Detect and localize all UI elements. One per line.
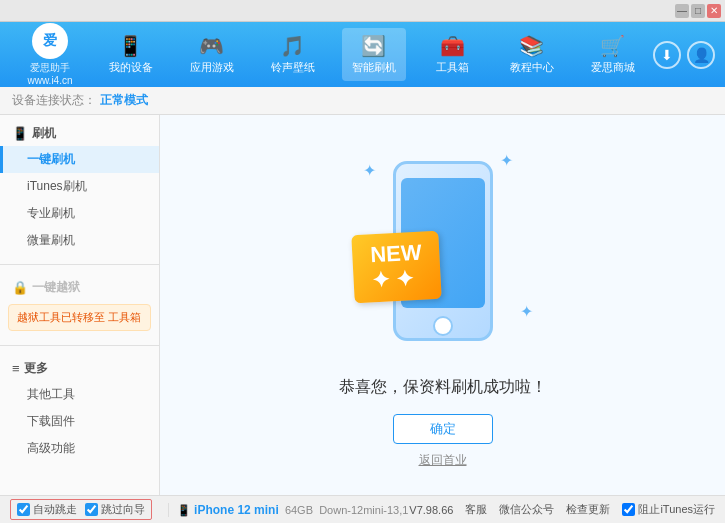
nav-right-buttons: ⬇ 👤 (653, 41, 715, 69)
logo-line1: 爱思助手 (30, 61, 70, 75)
status-label: 设备连接状态： (12, 92, 96, 109)
itunes-checkbox[interactable] (622, 503, 635, 516)
sidebar-item-other-tools[interactable]: 其他工具 (0, 381, 159, 408)
sparkle-bottom-right: ✦ (520, 302, 533, 321)
device-info: 📱 iPhone 12 mini 64GB Down-12mini-13,1 (168, 503, 408, 517)
jailbreak-section-label: 一键越狱 (32, 279, 80, 296)
content-area: ✦ ✦ ✦ NEW ✦ ✦ 恭喜您，保资料刷机成功啦！ 确定 返回首业 (160, 115, 725, 495)
nav-item-toolbox[interactable]: 🧰 工具箱 (423, 28, 483, 81)
top-navigation: 爱 爱思助手 www.i4.cn 📱 我的设备 🎮 应用游戏 🎵 铃声壁纸 🔄 … (0, 22, 725, 87)
skip-wizard-label: 跳过向导 (101, 502, 145, 517)
logo-line2: www.i4.cn (27, 75, 72, 86)
more-section-icon: ≡ (12, 361, 20, 376)
smart-flash-label: 智能刷机 (352, 60, 396, 75)
nav-item-my-device[interactable]: 📱 我的设备 (99, 28, 163, 81)
update-link[interactable]: 检查更新 (566, 502, 610, 517)
store-icon: 🛒 (600, 34, 625, 58)
device-storage: 64GB (282, 504, 316, 516)
store-label: 爱思商城 (591, 60, 635, 75)
sidebar-section-jailbreak-title: 🔒 一键越狱 (0, 275, 159, 300)
new-stars: ✦ ✦ (371, 266, 424, 295)
sidebar-divider-1 (0, 264, 159, 265)
logo-icon: 爱 (32, 23, 68, 59)
nav-item-store[interactable]: 🛒 爱思商城 (581, 28, 645, 81)
sidebar-item-micro-flash[interactable]: 微量刷机 (0, 227, 159, 254)
sidebar-item-pro-flash[interactable]: 专业刷机 (0, 200, 159, 227)
flash-section-icon: 📱 (12, 126, 28, 141)
auto-jump-input[interactable] (17, 503, 30, 516)
download-button[interactable]: ⬇ (653, 41, 681, 69)
logo-area: 爱 爱思助手 www.i4.cn (10, 23, 90, 86)
apps-games-icon: 🎮 (199, 34, 224, 58)
device-firmware: Down-12mini-13,1 (316, 504, 408, 516)
status-bar: 设备连接状态： 正常模式 (0, 87, 725, 115)
ringtone-icon: 🎵 (280, 34, 305, 58)
bottom-right: V7.98.66 客服 微信公众号 检查更新 阻止iTunes运行 (409, 502, 715, 517)
ringtone-label: 铃声壁纸 (271, 60, 315, 75)
smart-flash-icon: 🔄 (361, 34, 386, 58)
itunes-status[interactable]: 阻止iTunes运行 (622, 502, 715, 517)
checkbox-group: 自动跳走 跳过向导 (10, 499, 152, 520)
success-message: 恭喜您，保资料刷机成功啦！ (339, 377, 547, 398)
phone-home-button (433, 316, 453, 336)
nav-item-tutorials[interactable]: 📚 教程中心 (500, 28, 564, 81)
nav-item-smart-flash[interactable]: 🔄 智能刷机 (342, 28, 406, 81)
skip-wizard-checkbox[interactable]: 跳过向导 (85, 502, 145, 517)
maximize-button[interactable]: □ (691, 4, 705, 18)
auto-jump-checkbox[interactable]: 自动跳走 (17, 502, 77, 517)
close-button[interactable]: ✕ (707, 4, 721, 18)
jailbreak-notice: 越狱工具已转移至 工具箱 (8, 304, 151, 331)
device-icon: 📱 (177, 504, 191, 516)
wechat-link[interactable]: 微信公众号 (499, 502, 554, 517)
toolbox-icon: 🧰 (440, 34, 465, 58)
bottom-bar: 自动跳走 跳过向导 📱 iPhone 12 mini 64GB Down-12m… (0, 495, 725, 523)
sidebar-section-more: ≡ 更多 其他工具 下载固件 高级功能 (0, 350, 159, 468)
tutorials-icon: 📚 (519, 34, 544, 58)
tutorials-label: 教程中心 (510, 60, 554, 75)
minimize-button[interactable]: — (675, 4, 689, 18)
device-name: iPhone 12 mini (194, 503, 279, 517)
sidebar: 📱 刷机 一键刷机 iTunes刷机 专业刷机 微量刷机 🔒 一键越狱 越狱工具… (0, 115, 160, 495)
sidebar-section-flash-title: 📱 刷机 (0, 121, 159, 146)
user-button[interactable]: 👤 (687, 41, 715, 69)
success-illustration: ✦ ✦ ✦ NEW ✦ ✦ (343, 141, 543, 361)
sidebar-divider-2 (0, 345, 159, 346)
nav-item-ringtone[interactable]: 🎵 铃声壁纸 (261, 28, 325, 81)
sparkle-top-left: ✦ (363, 161, 376, 180)
title-bar: — □ ✕ (0, 0, 725, 22)
sidebar-item-advanced[interactable]: 高级功能 (0, 435, 159, 462)
new-banner: NEW ✦ ✦ (351, 231, 442, 303)
confirm-button[interactable]: 确定 (393, 414, 493, 444)
sidebar-section-flash: 📱 刷机 一键刷机 iTunes刷机 专业刷机 微量刷机 (0, 115, 159, 260)
sidebar-item-download-firmware[interactable]: 下载固件 (0, 408, 159, 435)
toolbox-label: 工具箱 (436, 60, 469, 75)
flash-section-label: 刷机 (32, 125, 56, 142)
bottom-left: 自动跳走 跳过向导 📱 iPhone 12 mini 64GB Down-12m… (10, 499, 409, 520)
main-layout: 📱 刷机 一键刷机 iTunes刷机 专业刷机 微量刷机 🔒 一键越狱 越狱工具… (0, 115, 725, 495)
apps-games-label: 应用游戏 (190, 60, 234, 75)
nav-items: 📱 我的设备 🎮 应用游戏 🎵 铃声壁纸 🔄 智能刷机 🧰 工具箱 📚 教程中心… (90, 28, 653, 81)
lock-section-icon: 🔒 (12, 280, 28, 295)
sparkle-top-right: ✦ (500, 151, 513, 170)
new-text: NEW (369, 240, 422, 269)
sidebar-item-one-key-flash[interactable]: 一键刷机 (0, 146, 159, 173)
auto-jump-label: 自动跳走 (33, 502, 77, 517)
service-link[interactable]: 客服 (465, 502, 487, 517)
skip-wizard-input[interactable] (85, 503, 98, 516)
itunes-label: 阻止iTunes运行 (638, 502, 715, 517)
my-device-icon: 📱 (118, 34, 143, 58)
sidebar-item-itunes-flash[interactable]: iTunes刷机 (0, 173, 159, 200)
sidebar-section-jailbreak: 🔒 一键越狱 越狱工具已转移至 工具箱 (0, 269, 159, 341)
more-section-label: 更多 (24, 360, 48, 377)
back-link[interactable]: 返回首业 (419, 452, 467, 469)
sidebar-section-more-title: ≡ 更多 (0, 356, 159, 381)
nav-item-apps-games[interactable]: 🎮 应用游戏 (180, 28, 244, 81)
status-value: 正常模式 (100, 92, 148, 109)
my-device-label: 我的设备 (109, 60, 153, 75)
version-label: V7.98.66 (409, 504, 453, 516)
